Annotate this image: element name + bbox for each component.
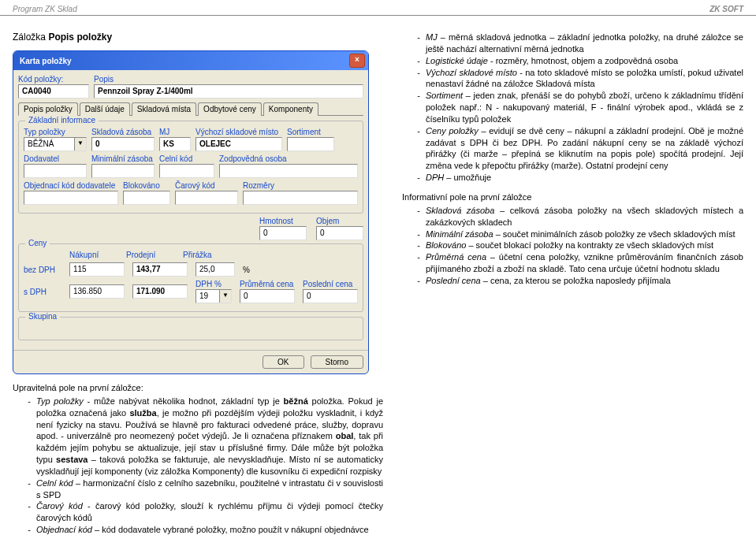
list-item: Ceny položky – evidují se dvě ceny – nák… [423, 125, 743, 172]
row-sdph: s DPH [24, 288, 61, 296]
tabs: Popis položky Další údaje Skladová místa… [18, 102, 363, 116]
titlebar: Karta položky × [13, 51, 368, 70]
typ-dropdown[interactable]: BĚŽNÁ ▼ [24, 137, 87, 151]
kod-value[interactable]: CA0040 [18, 84, 89, 98]
list-item: Skladová zásoba – celková zásoba položky… [423, 205, 743, 228]
group-prices-legend: Ceny [25, 239, 50, 247]
tab-dalsi[interactable]: Další údaje [80, 102, 130, 116]
group-basic-legend: Základní informace [25, 116, 99, 124]
list-item: Výchozí skladové místo - na toto skladov… [423, 67, 743, 91]
window-title: Karta položky [20, 57, 72, 65]
nakup-sdph[interactable]: 136.850 [69, 284, 125, 299]
blok-value [123, 191, 170, 205]
vychozi-value[interactable]: OLEJEC [196, 137, 282, 151]
tab-popis[interactable]: Popis položky [18, 102, 78, 116]
close-icon[interactable]: × [349, 54, 365, 68]
pct-symbol: % [243, 266, 250, 274]
typ-label: Typ položky [24, 128, 87, 136]
list-item: Minimální zásoba – součet minimálních zá… [423, 228, 743, 240]
min-label: Minimální zásoba [91, 154, 155, 163]
carovy-value[interactable] [175, 191, 238, 205]
objkod-label: Objednací kód dodavatele [24, 181, 118, 190]
objem-label: Objem [316, 217, 363, 225]
hdr-prodejni: Prodejní [126, 251, 175, 259]
posledni-value: 0 [303, 289, 358, 303]
header-brand: ZK SOFT [709, 5, 743, 13]
nakup-bezdph[interactable]: 115 [69, 262, 125, 277]
celni-label: Celní kód [159, 154, 214, 163]
objkod-value[interactable] [24, 191, 118, 205]
chevron-down-icon: ▼ [74, 138, 86, 150]
dodavatel-value[interactable] [24, 164, 87, 178]
tab-ceny[interactable]: Odbytové ceny [198, 102, 262, 116]
min-value[interactable] [91, 164, 155, 178]
hmotnost-value[interactable]: 0 [259, 226, 307, 240]
storno-button[interactable]: Storno [311, 355, 363, 369]
blok-label: Blokováno [123, 181, 170, 190]
group-prices: Ceny Nákupní Prodejní Přirážka bez DPH 1… [18, 243, 363, 312]
right-body-text: MJ – měrná skladová jednotka – základní … [402, 32, 743, 535]
ok-button[interactable]: OK [263, 355, 304, 369]
posledni-label: Poslední cena [303, 280, 358, 288]
list-item: Čarový kód - čarový kód položky, slouží … [33, 500, 383, 524]
right-bullets-1: MJ – měrná skladová jednotka – základní … [402, 32, 743, 184]
zodp-label: Zodpovědná osoba [219, 154, 358, 163]
prumerna-label: Průměrná cena [240, 280, 295, 288]
tab-mista[interactable]: Skladová místa [132, 102, 196, 116]
title-main: Popis položky [48, 32, 112, 43]
carovy-label: Čarový kód [175, 181, 238, 190]
zasoba-label: Skladová zásoba [91, 128, 155, 136]
popis-label: Popis [94, 75, 363, 84]
mj-label: MJ [159, 128, 191, 136]
section-title: Záložka Popis položky [13, 32, 383, 43]
zodp-value[interactable] [219, 164, 358, 178]
popis-value[interactable]: Pennzoil Spray Z-1/400ml [94, 84, 363, 98]
list-item: Průměrná cena – účetní cena položky, vzn… [423, 251, 743, 275]
list-item: DPH – umožňuje [423, 172, 743, 184]
list-item: Celní kód – harmonizační číslo z celního… [33, 477, 383, 501]
rozmery-value[interactable] [243, 191, 358, 205]
group-skupina-legend: Skupina [25, 312, 60, 321]
left-bullets: Typ položky - může nabývat několika hodn… [13, 396, 383, 535]
hmotnost-label: Hmotnost [259, 217, 307, 225]
list-item: Typ položky - může nabývat několika hodn… [33, 396, 383, 477]
list-item: MJ – měrná skladová jednotka – základní … [423, 32, 743, 55]
sortiment-label: Sortiment [287, 128, 334, 136]
dph-dropdown[interactable]: 19 ▼ [196, 289, 232, 303]
dodavatel-label: Dodavatel [24, 154, 87, 163]
zasoba-value: 0 [91, 137, 155, 151]
title-prefix: Záložka [13, 32, 46, 43]
objem-value[interactable]: 0 [316, 226, 363, 240]
dph-value: 19 [196, 290, 219, 303]
list-item: Blokováno – součet blokací položky na ko… [423, 240, 743, 251]
chevron-down-icon: ▼ [219, 290, 231, 303]
row-bezdph: bez DPH [24, 266, 61, 274]
rozmery-label: Rozměry [243, 181, 358, 190]
prodej-sdph[interactable]: 171.090 [132, 284, 188, 299]
hdr-prirazka[interactable]: Přirážka [183, 251, 230, 259]
prumerna-value: 0 [240, 289, 295, 303]
card-window: Karta položky × Kód položky: CA0040 Popi… [13, 50, 369, 374]
sortiment-value[interactable] [287, 137, 334, 151]
list-item: Logistické údaje - rozměry, hmotnost, ob… [423, 55, 743, 67]
prirazka-value[interactable]: 25,0 [196, 262, 235, 277]
mj-value[interactable]: KS [159, 137, 191, 151]
left-intro: Upravitelná pole na první záložce: [13, 382, 383, 394]
list-item: Sortiment – jeden znak, přenáší se do po… [423, 90, 743, 125]
kod-label: Kód položky: [18, 75, 89, 84]
list-item: Poslední cena – cena, za kterou se polož… [423, 275, 743, 287]
header-program: Program ZK Sklad [13, 5, 77, 13]
group-basic: Základní informace Typ položky BĚŽNÁ ▼ S… [18, 121, 363, 214]
vychozi-label: Výchozí skladové místo [196, 128, 282, 136]
group-skupina: Skupina [18, 317, 363, 340]
celni-value[interactable] [159, 164, 214, 178]
left-body-text: Upravitelná pole na první záložce: Typ p… [13, 382, 383, 535]
prodej-bezdph[interactable]: 143,77 [132, 262, 188, 277]
dph-label: DPH % [196, 280, 232, 288]
typ-value: BĚŽNÁ [24, 138, 74, 150]
right-bullets-2: Skladová zásoba – celková zásoba položky… [402, 205, 743, 287]
tab-komponenty[interactable]: Komponenty [263, 102, 318, 116]
right-intro2: Informativní pole na první záložce [402, 191, 743, 203]
list-item: Objednací kód – kód dodavatele vybrané p… [33, 524, 383, 535]
hdr-nakupni: Nákupní [69, 251, 118, 259]
